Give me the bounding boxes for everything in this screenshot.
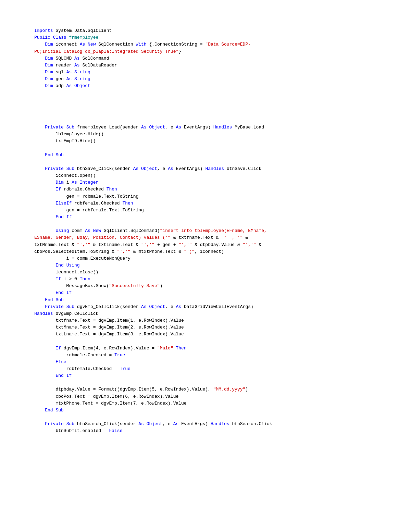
line-sqlcmd: Dim SQLCMD As SqlCommand [34,56,109,61]
line-txtmname: txtMname.Text = dgvEmp.Item(2, e.RowInde… [34,325,184,330]
line-end-sub3: End Sub [34,408,64,413]
line-if-male2: If dgvEmp.Item(4, e.RowIndex).Value = "M… [34,346,187,351]
line-end-using: End Using [34,263,80,268]
line-dim-i: Dim i As Integer [34,180,98,185]
line-blank7 [34,380,37,385]
line-end-sub1: End Sub [34,152,64,158]
line-gen: Dim gen As String [34,76,90,82]
line-txt-hide: txtEmpID.Hide() [34,138,96,144]
line-private-save: Private Sub btnSave_Click(sender As Obje… [34,166,261,171]
line-adp: Dim adp As Object [34,83,90,88]
line-msgbox: MessageBox.Show("Successfully Save") [34,283,162,288]
line-private-load: Private Sub frmemployee_Load(sender As O… [34,125,264,130]
line-mtxtphone: mtxtPhone.Text = dgvEmp.Item(7, e.RowInd… [34,401,187,406]
line-handles-cell: Handles dvgEmp.Cellclick [34,311,98,316]
line-blank4 [34,159,37,164]
line-using-comm: Using comm As New SqlClient.SqlCommand("… [34,228,267,233]
line-blank3 [34,146,37,151]
line-iconnect2: PC;Initial Catalog=db_plapla;Integrated … [34,49,181,54]
line-txtlname: txtLname.Text = dgvEmp.Item(3, e.RowInde… [34,332,184,337]
line-txtfname: txtfname.Text = dgvEmp.Item(1, e.RowInde… [34,318,184,323]
line-elseif-female: ElseIf rdbfemale.Checked Then [34,201,133,206]
line-private-search: Private Sub btnSearch_Click(sender As Ob… [34,421,272,426]
line-public-class: Public Class frmemployee [34,35,98,40]
line-open: iconnect.open() [34,173,96,178]
line-sql-values1: ESname, Gender, Bday, Position, Contact)… [34,235,248,240]
line-iconnect: Dim iconnect As New SqlConnection With {… [34,42,251,47]
line-private-cell: Private Sub dgvEmp_Cellclick(sender As O… [34,304,253,309]
line-end-if3: End If [34,373,72,378]
line-execute: i = comm.ExecuteNonQuery [34,256,130,261]
line-blank8 [34,415,37,420]
line-blank5 [34,221,37,226]
line-end-if1: End If [34,214,72,220]
line-close: iconnect.close() [34,270,98,275]
line-if-i: If i > 0 Then [34,276,90,282]
line-gen-female: gen = rdbfemale.Text.ToString [34,208,144,213]
line-blank1 [34,97,37,102]
line-imports: Imports System.Data.SqlClient [34,28,112,33]
line-dtpbday: dtpbday.Value = Format((dgvEmp.Item(5, e… [34,387,248,392]
line-sql: Dim sql As String [34,70,90,75]
line-lbl-hide: lblemployee.Hide() [34,132,104,137]
line-end-if2: End If [34,290,72,295]
code-editor: Imports System.Data.SqlClient Public Cla… [34,21,397,434]
line-blank2 [34,111,37,116]
line-btn-submit: btnSubmit.enabled = False [34,428,122,433]
line-reader: Dim reader As SqlDataReader [34,63,117,68]
line-sql-values3: cboPos.SelectedItem.ToString & "','" & m… [34,249,224,254]
line-rdb-female: rdbfemale.Checked = True [34,366,130,371]
line-if-male: If rdbmale.Checked Then [34,187,117,192]
line-sql-values2: txtMname.Text & "','" & txtLname.Text & … [34,242,261,247]
line-rdb-male: rdbmale.Checked = True [34,352,125,358]
line-end-sub2: End Sub [34,297,64,302]
line-gen-male: gen = rdbmale.Text.ToString [34,194,138,199]
line-cbopos: cboPos.Text = dgvEmp.Item(6, e.RowIndex)… [34,394,178,399]
line-else: Else [34,359,66,364]
line-blank6 [34,338,37,344]
